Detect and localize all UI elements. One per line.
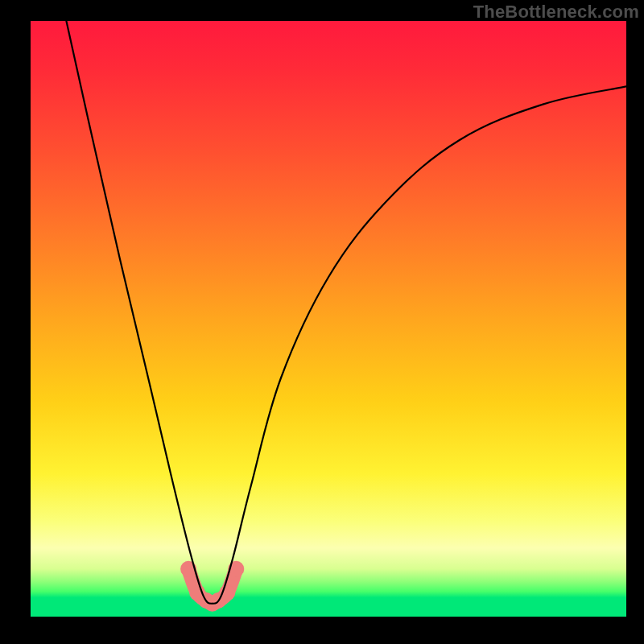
curve-layer [31,21,626,617]
chart-frame: TheBottleneck.com [0,0,644,644]
bottleneck-curve-line [66,21,626,604]
plot-area [31,21,626,617]
watermark-text: TheBottleneck.com [473,2,639,23]
